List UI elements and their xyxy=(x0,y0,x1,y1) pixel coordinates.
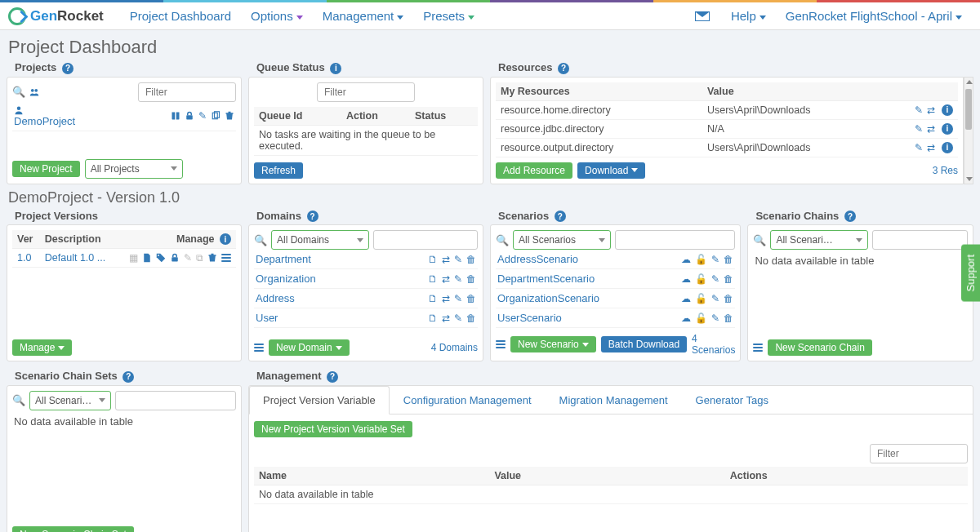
chains-filter[interactable] xyxy=(872,230,968,250)
tag-icon[interactable] xyxy=(156,253,166,263)
pencil-icon[interactable]: ✎ xyxy=(915,123,923,135)
help-icon[interactable]: ? xyxy=(844,211,856,222)
pencil-icon[interactable]: ✎ xyxy=(915,142,923,153)
file-icon[interactable]: 🗋 xyxy=(428,293,438,304)
projects-filter[interactable] xyxy=(138,82,236,102)
new-scenario-button[interactable]: New Scenario xyxy=(510,336,596,352)
trash-icon[interactable]: 🗑 xyxy=(466,254,476,265)
menu-icon[interactable] xyxy=(221,254,231,262)
menu-icon[interactable] xyxy=(254,344,264,352)
domain-link[interactable]: Organization xyxy=(256,273,316,285)
cloud-download-icon[interactable]: ☁ xyxy=(681,254,691,265)
help-icon[interactable]: ? xyxy=(327,371,338,383)
queue-filter[interactable] xyxy=(317,82,415,102)
scenarios-dropdown[interactable]: All Scenarios xyxy=(513,230,611,250)
calendar-icon[interactable]: ▦ xyxy=(129,252,138,264)
support-tab[interactable]: Support xyxy=(961,245,980,302)
file-icon[interactable]: 🗋 xyxy=(428,273,438,285)
help-icon[interactable]: ? xyxy=(307,211,318,222)
new-chainset-button[interactable]: New Scenario Chain Set xyxy=(12,526,134,533)
help-icon[interactable]: ? xyxy=(62,63,74,74)
add-resource-button[interactable]: Add Resource xyxy=(496,162,572,179)
trash-icon[interactable] xyxy=(225,111,234,121)
pencil-icon[interactable]: ✎ xyxy=(454,254,462,265)
domain-link[interactable]: Department xyxy=(256,253,311,265)
search-icon[interactable]: 🔍 xyxy=(12,86,25,98)
search-icon[interactable]: 🔍 xyxy=(254,234,267,246)
chainsets-dropdown[interactable]: All Scenari… xyxy=(29,391,111,410)
info-icon[interactable]: i xyxy=(942,142,953,153)
pencil-icon[interactable]: ✎ xyxy=(711,254,719,265)
help-icon[interactable]: ? xyxy=(555,211,566,222)
search-icon[interactable]: 🔍 xyxy=(496,234,509,246)
brand-logo[interactable]: GenRocket xyxy=(8,7,104,25)
trash-icon[interactable]: 🗑 xyxy=(724,254,733,265)
nav-options[interactable]: Options xyxy=(241,4,313,28)
info-icon[interactable]: i xyxy=(330,63,341,74)
resources-scrollbar[interactable] xyxy=(964,77,973,184)
lock-icon[interactable] xyxy=(170,253,180,263)
project-link[interactable]: DemoProject xyxy=(14,115,75,127)
cloud-download-icon[interactable]: ☁ xyxy=(681,273,691,285)
lock-icon[interactable]: 🔓 xyxy=(695,293,707,304)
nav-management[interactable]: Management xyxy=(313,4,414,28)
domain-link[interactable]: User xyxy=(256,312,278,324)
pencil-icon[interactable]: ✎ xyxy=(915,104,923,116)
swap-icon[interactable]: ⇄ xyxy=(442,273,450,285)
file-icon[interactable]: 🗋 xyxy=(428,313,438,324)
swap-icon[interactable]: ⇄ xyxy=(927,142,935,153)
trash-icon[interactable]: 🗑 xyxy=(724,313,733,324)
swap-icon[interactable]: ⇄ xyxy=(442,313,450,324)
lock-icon[interactable]: 🔓 xyxy=(695,273,707,285)
swap-icon[interactable]: ⇄ xyxy=(927,104,935,116)
pencil-icon[interactable]: ✎ xyxy=(454,293,462,304)
users-icon[interactable] xyxy=(29,87,39,97)
domains-filter[interactable] xyxy=(373,230,478,250)
tab-config-management[interactable]: Configuration Management xyxy=(390,386,546,415)
lock-icon[interactable]: 🔓 xyxy=(695,313,707,324)
trash-icon[interactable]: 🗑 xyxy=(466,273,476,285)
info-icon[interactable]: i xyxy=(220,233,231,245)
new-pvv-set-button[interactable]: New Project Version Variable Set xyxy=(254,421,412,437)
scenarios-filter[interactable] xyxy=(615,230,735,250)
tab-generator-tags[interactable]: Generator Tags xyxy=(682,386,782,415)
pencil-icon[interactable]: ✎ xyxy=(711,293,719,304)
swap-icon[interactable]: ⇄ xyxy=(927,123,935,135)
refresh-button[interactable]: Refresh xyxy=(254,162,303,179)
trash-icon[interactable]: 🗑 xyxy=(724,273,733,285)
info-icon[interactable]: i xyxy=(942,104,953,116)
file-icon[interactable] xyxy=(142,253,152,263)
scenario-link[interactable]: UserScenario xyxy=(497,312,562,324)
swap-icon[interactable]: ⇄ xyxy=(442,254,450,265)
trash-icon[interactable]: 🗑 xyxy=(466,293,476,304)
chainsets-filter[interactable] xyxy=(115,391,236,410)
search-icon[interactable]: 🔍 xyxy=(12,394,25,406)
new-project-button[interactable]: New Project xyxy=(12,161,80,177)
pencil-icon[interactable]: ✎ xyxy=(198,110,207,122)
scenario-link[interactable]: AddressScenario xyxy=(497,253,578,265)
new-domain-button[interactable]: New Domain xyxy=(269,339,350,356)
manage-button[interactable]: Manage xyxy=(12,339,72,356)
tab-project-version-variable[interactable]: Project Version Variable xyxy=(249,386,390,415)
nav-help[interactable]: Help xyxy=(721,4,776,28)
swap-icon[interactable]: ⇄ xyxy=(442,293,450,304)
pencil-icon[interactable]: ✎ xyxy=(454,273,462,285)
menu-icon[interactable] xyxy=(753,344,763,352)
menu-icon[interactable] xyxy=(496,340,506,348)
nav-project-dashboard[interactable]: Project Dashboard xyxy=(120,4,241,28)
info-icon[interactable]: i xyxy=(942,123,953,135)
new-chain-button[interactable]: New Scenario Chain xyxy=(768,339,871,356)
help-icon[interactable]: ? xyxy=(558,63,569,74)
cloud-download-icon[interactable]: ☁ xyxy=(681,313,691,324)
nav-account[interactable]: GenRocket FlightSchool - April xyxy=(776,4,972,28)
help-icon[interactable]: ? xyxy=(122,371,134,383)
domain-link[interactable]: Address xyxy=(256,292,295,304)
copy-icon[interactable]: ⧉ xyxy=(196,252,203,264)
cloud-download-icon[interactable]: ☁ xyxy=(681,293,691,304)
trash-icon[interactable]: 🗑 xyxy=(466,313,476,324)
trash-icon[interactable]: 🗑 xyxy=(724,293,733,304)
nav-presets[interactable]: Presets xyxy=(413,4,484,28)
scenario-link[interactable]: DepartmentScenario xyxy=(497,273,595,285)
domains-dropdown[interactable]: All Domains xyxy=(271,230,369,250)
messages-icon[interactable] xyxy=(695,11,710,21)
